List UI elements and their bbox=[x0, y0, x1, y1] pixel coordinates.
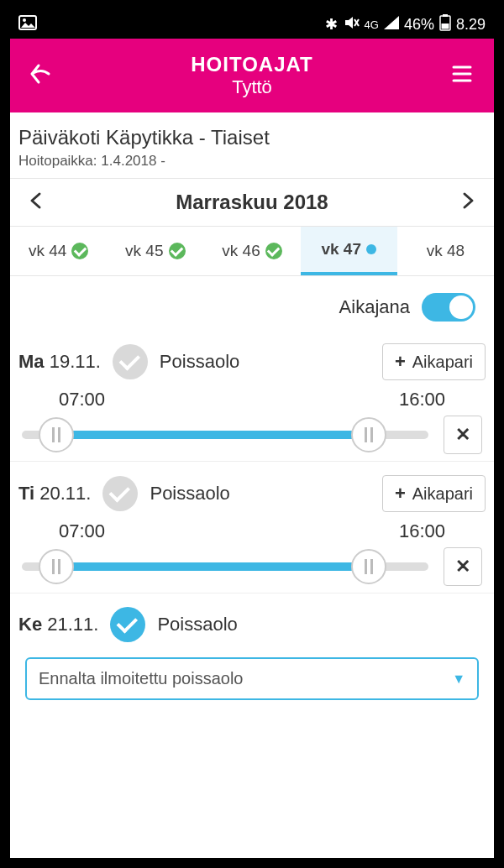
care-place: Hoitopaikka: 1.4.2018 - bbox=[18, 153, 486, 170]
location-block: Päiväkoti Käpytikka - Tiaiset Hoitopaikk… bbox=[10, 112, 494, 178]
delete-timepair-button[interactable]: ✕ bbox=[444, 547, 482, 586]
prev-month-button[interactable] bbox=[27, 191, 45, 213]
plus-icon: + bbox=[395, 483, 406, 505]
absence-select-wrap: Ennalta ilmoitettu poissaolo ▼ bbox=[18, 651, 486, 700]
page-subtitle: Tyttö bbox=[55, 76, 449, 98]
picture-icon bbox=[18, 15, 37, 34]
page-title: HOITOAJAT bbox=[55, 53, 449, 76]
week-label: vk 48 bbox=[427, 242, 465, 260]
absence-reason-value: Ennalta ilmoitettu poissaolo bbox=[39, 669, 243, 688]
day-head: Ti 20.11. Poissaolo + Aikapari bbox=[18, 472, 486, 520]
week-tab-45[interactable]: vk 45 bbox=[107, 227, 203, 275]
month-label: Marraskuu 2018 bbox=[176, 191, 328, 214]
bluetooth-icon: ✱ bbox=[325, 15, 338, 34]
week-label: vk 47 bbox=[321, 240, 361, 259]
timeline-toggle[interactable] bbox=[422, 293, 475, 322]
slider-fill bbox=[57, 562, 368, 571]
timeline-label: Aikajana bbox=[339, 296, 410, 318]
time-labels: 07:00 16:00 bbox=[18, 389, 486, 416]
month-nav: Marraskuu 2018 bbox=[10, 178, 494, 227]
day-block-ma: Ma 19.11. Poissaolo + Aikapari 07:00 16:… bbox=[10, 330, 494, 462]
absence-reason-select[interactable]: Ennalta ilmoitettu poissaolo ▼ bbox=[25, 657, 479, 700]
chevron-down-icon: ▼ bbox=[452, 672, 465, 687]
time-slider[interactable] bbox=[22, 548, 428, 585]
aikapari-label: Aikapari bbox=[412, 353, 473, 372]
svg-rect-5 bbox=[443, 14, 448, 17]
week-label: vk 46 bbox=[222, 242, 260, 260]
timeline-toggle-row: Aikajana bbox=[10, 276, 494, 330]
week-tabs: vk 44 vk 45 vk 46 vk 47 vk 48 bbox=[10, 227, 494, 276]
day-head: Ma 19.11. Poissaolo + Aikapari bbox=[18, 340, 486, 389]
slider-handle-end[interactable] bbox=[351, 417, 386, 452]
aikapari-label: Aikapari bbox=[412, 484, 473, 504]
screen: ✱ 4G 46% 8.29 HOITOAJAT bbox=[10, 10, 494, 858]
week-tab-44[interactable]: vk 44 bbox=[10, 227, 107, 275]
absence-checkbox[interactable] bbox=[113, 344, 148, 379]
start-time: 07:00 bbox=[59, 520, 105, 542]
time-labels: 07:00 16:00 bbox=[18, 520, 486, 547]
week-label: vk 44 bbox=[29, 242, 66, 260]
start-time: 07:00 bbox=[59, 389, 105, 410]
slider-row: ✕ bbox=[18, 416, 486, 454]
device-frame: ✱ 4G 46% 8.29 HOITOAJAT bbox=[0, 0, 504, 868]
delete-timepair-button[interactable]: ✕ bbox=[444, 416, 482, 454]
status-left bbox=[18, 15, 37, 34]
location-name: Päiväkoti Käpytikka - Tiaiset bbox=[18, 126, 486, 149]
day-left: Ma 19.11. Poissaolo bbox=[18, 344, 239, 379]
week-tab-46[interactable]: vk 46 bbox=[203, 227, 300, 275]
check-icon bbox=[71, 243, 88, 259]
add-timepair-button[interactable]: + Aikapari bbox=[382, 343, 486, 380]
status-bar: ✱ 4G 46% 8.29 bbox=[10, 10, 494, 39]
current-dot-icon bbox=[366, 244, 376, 254]
time-slider[interactable] bbox=[22, 416, 428, 453]
week-label: vk 45 bbox=[125, 242, 163, 260]
network-type: 4G bbox=[365, 19, 379, 30]
clock-time: 8.29 bbox=[456, 16, 486, 34]
absence-label: Poissaolo bbox=[157, 614, 237, 635]
battery-icon bbox=[439, 14, 451, 35]
menu-button[interactable] bbox=[449, 60, 475, 91]
day-name: Ma 19.11. bbox=[18, 351, 101, 373]
week-tab-47[interactable]: vk 47 bbox=[301, 227, 397, 275]
signal-icon bbox=[384, 16, 399, 34]
check-icon bbox=[265, 243, 282, 259]
add-timepair-button[interactable]: + Aikapari bbox=[382, 475, 486, 512]
day-block-ti: Ti 20.11. Poissaolo + Aikapari 07:00 16:… bbox=[10, 462, 494, 593]
day-head: Ke 21.11. Poissaolo bbox=[18, 604, 486, 651]
next-month-button[interactable] bbox=[459, 191, 477, 213]
day-block-ke: Ke 21.11. Poissaolo Ennalta ilmoitettu p… bbox=[10, 593, 494, 707]
absence-label: Poissaolo bbox=[160, 351, 239, 373]
app-header: HOITOAJAT Tyttö bbox=[10, 39, 494, 112]
check-icon bbox=[169, 243, 186, 259]
day-name: Ke 21.11. bbox=[18, 614, 98, 635]
end-time: 16:00 bbox=[399, 389, 445, 410]
status-right: ✱ 4G 46% 8.29 bbox=[325, 14, 486, 35]
svg-point-1 bbox=[23, 18, 26, 22]
plus-icon: + bbox=[395, 351, 406, 373]
absence-checkbox[interactable] bbox=[102, 476, 138, 511]
absence-label: Poissaolo bbox=[150, 483, 229, 505]
slider-handle-start[interactable] bbox=[39, 549, 74, 584]
day-left: Ti 20.11. Poissaolo bbox=[18, 476, 230, 511]
back-button[interactable] bbox=[29, 60, 55, 91]
absence-checkbox[interactable] bbox=[110, 607, 145, 642]
mute-icon bbox=[343, 14, 360, 35]
slider-row: ✕ bbox=[18, 547, 486, 586]
slider-handle-start[interactable] bbox=[39, 417, 74, 452]
header-center: HOITOAJAT Tyttö bbox=[55, 53, 449, 98]
slider-fill bbox=[57, 431, 368, 439]
day-name: Ti 20.11. bbox=[18, 483, 91, 505]
week-tab-48[interactable]: vk 48 bbox=[397, 227, 494, 275]
end-time: 16:00 bbox=[399, 520, 445, 542]
battery-pct: 46% bbox=[404, 16, 434, 34]
svg-rect-6 bbox=[441, 24, 449, 29]
day-left: Ke 21.11. Poissaolo bbox=[18, 607, 238, 642]
slider-handle-end[interactable] bbox=[351, 549, 386, 584]
